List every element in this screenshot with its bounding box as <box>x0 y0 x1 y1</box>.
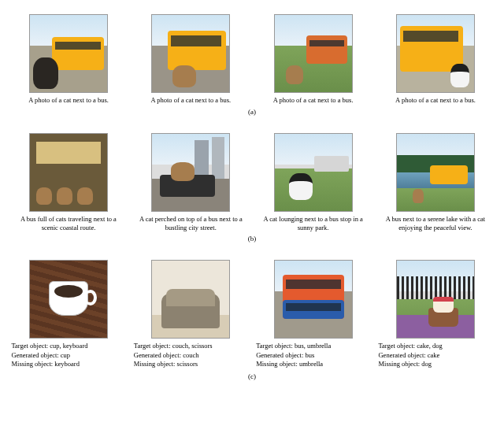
image-cat-bus-4 <box>396 14 475 93</box>
figure-a-3: A photo of a cat next to a bus. <box>254 14 372 105</box>
image-couch <box>151 260 230 339</box>
figure-a-4: A photo of a cat next to a bus. <box>376 14 495 105</box>
row-label-a: (a) <box>9 108 495 116</box>
row-a: A photo of a cat next to a bus. A photo … <box>9 14 495 105</box>
caption-b-4: A bus next to a serene lake with a cat e… <box>378 215 492 231</box>
figure-c-3: Target object: bus, umbrella Generated o… <box>254 260 372 368</box>
image-bus <box>274 260 353 339</box>
image-cat-bus-1 <box>29 14 108 93</box>
figure-c-4: Target object: cake, dog Generated objec… <box>376 260 495 368</box>
image-bus-lake-cat <box>396 133 475 212</box>
caption-c-3: Target object: bus, umbrella Generated o… <box>256 342 370 368</box>
image-bus-cats-coast <box>29 133 108 212</box>
caption-b-1: A bus full of cats traveling next to a s… <box>12 215 126 231</box>
image-cup <box>29 260 108 339</box>
caption-a-2: A photo of a cat next to a bus. <box>134 96 248 105</box>
caption-c-4: Target object: cake, dog Generated objec… <box>378 342 492 368</box>
figure-a-1: A photo of a cat next to a bus. <box>9 14 128 105</box>
figure-c-1: Target object: cup, keyboard Generated o… <box>9 260 128 368</box>
caption-c-1: Target object: cup, keyboard Generated o… <box>12 342 126 368</box>
caption-c-2: Target object: couch, scissors Generated… <box>134 342 248 368</box>
figure-b-3: A cat lounging next to a bus stop in a s… <box>254 133 372 231</box>
figure-a-2: A photo of a cat next to a bus. <box>132 14 250 105</box>
figure-c-2: Target object: couch, scissors Generated… <box>132 260 250 368</box>
row-label-b: (b) <box>9 235 495 243</box>
image-cat-bus-city <box>151 133 230 212</box>
image-cake <box>396 260 475 339</box>
image-cat-bus-3 <box>274 14 353 93</box>
figure-b-4: A bus next to a serene lake with a cat e… <box>376 133 495 231</box>
row-c: Target object: cup, keyboard Generated o… <box>9 260 495 368</box>
caption-b-3: A cat lounging next to a bus stop in a s… <box>256 215 370 231</box>
caption-b-2: A cat perched on top of a bus next to a … <box>134 215 248 231</box>
figure-b-2: A cat perched on top of a bus next to a … <box>132 133 250 231</box>
image-cat-bus-park <box>274 133 353 212</box>
caption-a-4: A photo of a cat next to a bus. <box>378 96 492 105</box>
row-b: A bus full of cats traveling next to a s… <box>9 133 495 231</box>
row-label-c: (c) <box>9 372 495 380</box>
figure-b-1: A bus full of cats traveling next to a s… <box>9 133 128 231</box>
image-cat-bus-2 <box>151 14 230 93</box>
caption-a-1: A photo of a cat next to a bus. <box>12 96 126 105</box>
caption-a-3: A photo of a cat next to a bus. <box>256 96 370 105</box>
